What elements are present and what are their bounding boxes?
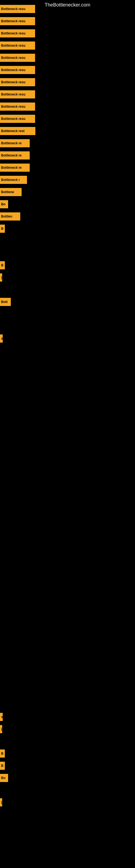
bar-item: Bottleneck r — [0, 176, 27, 184]
bar-label: | — [0, 273, 2, 282]
bar-label: Bottleneck re — [0, 139, 30, 147]
bar-item: Bottleneck resu — [0, 115, 35, 123]
bar-label: Bottleneck resu — [0, 102, 35, 111]
bar-item: | — [0, 273, 2, 282]
bar-item: Bottleneck resu — [0, 102, 35, 111]
bar-item: s — [0, 335, 3, 343]
bar-label: Bo — [0, 200, 8, 208]
bar-item: Bottleneck re — [0, 163, 30, 172]
bar-item: Bottleneck re — [0, 139, 30, 147]
bar-item: Bottleneck resu — [0, 66, 35, 74]
bar-label: s — [0, 713, 3, 721]
bar-item: Bo — [0, 200, 8, 208]
bar-item: Bottleneck resu — [0, 5, 35, 13]
bar-item: Bo — [0, 774, 8, 782]
bar-label: s — [0, 335, 3, 343]
bar-item: s — [0, 713, 3, 721]
bar-item: Bottleneck resu — [0, 78, 35, 86]
bar-item: B — [0, 762, 5, 770]
bar-label: Bottleneck resu — [0, 115, 35, 123]
bar-item: Bottleneck rest — [0, 127, 35, 135]
bar-label: Bottleneck re — [0, 151, 30, 159]
bar-label: Bottleneck resu — [0, 29, 35, 37]
bar-label: Bottleneck resu — [0, 41, 35, 50]
bar-label: B — [0, 749, 5, 757]
bar-item: | — [0, 798, 2, 806]
bar-label: Bottleneck re — [0, 163, 30, 172]
bar-item: Bottleneck resu — [0, 90, 35, 98]
bar-label: Bottlen — [0, 212, 20, 220]
bar-label: Bottleneck resu — [0, 78, 35, 86]
bar-label: B — [0, 261, 5, 269]
bar-item: Bottleneck re — [0, 151, 30, 159]
bar-label: B — [0, 225, 5, 233]
bar-label: Bottleneck resu — [0, 54, 35, 62]
bar-item: Bottlene — [0, 188, 21, 196]
bar-item: B — [0, 749, 5, 757]
bar-label: Bottleneck r — [0, 176, 27, 184]
bar-item: B — [0, 225, 5, 233]
bar-item: Bottleneck resu — [0, 17, 35, 25]
bar-item: Bottleneck resu — [0, 29, 35, 37]
bar-label: Bottleneck resu — [0, 5, 35, 13]
bar-label: | — [0, 798, 2, 806]
bar-label: Bottleneck rest — [0, 127, 35, 135]
bar-label: Bo — [0, 774, 8, 782]
bar-item: B — [0, 261, 5, 269]
bar-item: Bottleneck resu — [0, 41, 35, 50]
bar-item: | — [0, 725, 2, 733]
bar-item: Bottlen — [0, 212, 20, 220]
bar-label: Bott — [0, 298, 11, 306]
bar-item: Bottleneck resu — [0, 54, 35, 62]
bar-label: Bottlene — [0, 188, 21, 196]
bar-label: | — [0, 725, 2, 733]
bar-label: B — [0, 762, 5, 770]
bar-label: Bottleneck resu — [0, 66, 35, 74]
bar-item: Bott — [0, 298, 11, 306]
bar-label: Bottleneck resu — [0, 90, 35, 98]
bar-label: Bottleneck resu — [0, 17, 35, 25]
